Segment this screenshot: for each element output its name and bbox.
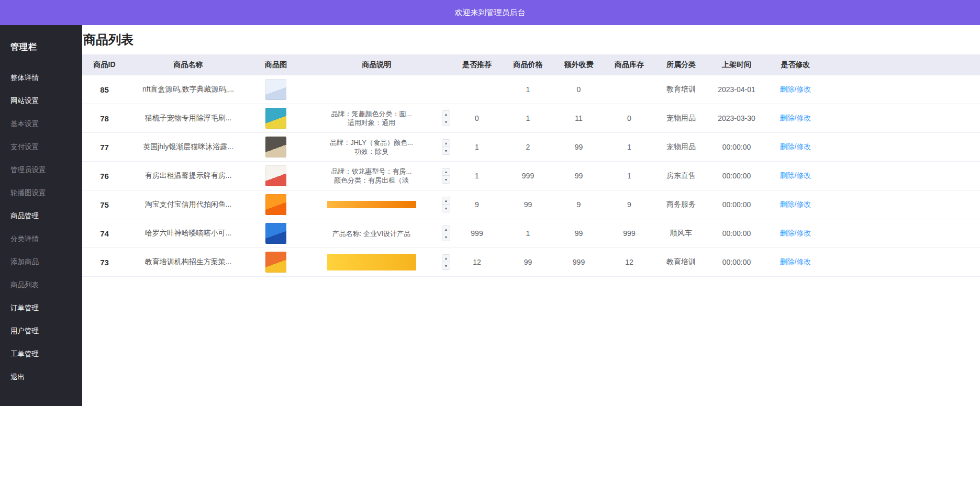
stock-value: 1 (604, 171, 654, 181)
product-description (303, 201, 440, 208)
sidebar-item[interactable]: 商品管理 (0, 205, 82, 228)
sidebar-item[interactable]: 订单管理 (0, 297, 82, 320)
stepper-up-icon[interactable]: ▲ (442, 226, 450, 233)
price-value: 99 (503, 199, 553, 210)
sidebar-item[interactable]: 基本设置 (0, 112, 82, 136)
product-description-cell: 品牌：JHLY（食品）颜色...功效：除臭 ▲▼ (302, 133, 451, 161)
stock-value (604, 88, 654, 91)
stepper-down-icon[interactable]: ▼ (442, 233, 450, 241)
delete-edit-link[interactable]: 删除/修改 (780, 257, 811, 266)
sidebar-item[interactable]: 网站设置 (0, 89, 82, 112)
stepper-up-icon[interactable]: ▲ (442, 140, 450, 147)
stepper-down-icon[interactable]: ▼ (442, 262, 450, 269)
column-header: 额外收费 (553, 59, 604, 71)
stepper-down-icon[interactable]: ▼ (442, 147, 450, 154)
stock-value: 9 (604, 199, 654, 210)
description-line: 适用对象：通用 (348, 118, 395, 127)
sidebar-item[interactable]: 添加商品 (0, 251, 82, 274)
table-row: 85 nft盲盒源码,数字典藏源码,... 1 0 教育培训 2023-04-0… (82, 75, 980, 104)
product-name: 英国jhly银渐层猫咪沐浴露... (127, 141, 250, 153)
quantity-stepper[interactable]: ▲▼ (442, 110, 450, 126)
product-name: 淘宝支付宝信用代拍闲鱼... (127, 199, 250, 210)
products-table: 商品ID商品名称商品图商品说明是否推荐商品价格额外收费商品库存所属分类上架时间是… (82, 54, 980, 277)
table-row: 75 淘宝支付宝信用代拍闲鱼... ▲▼ 9 99 9 9 商务服务 00:00… (82, 190, 980, 219)
recommend-value: 0 (451, 113, 503, 123)
banner-title: 欢迎来到管理员后台 (455, 8, 526, 18)
quantity-stepper[interactable]: ▲▼ (442, 139, 450, 155)
product-image-cell (250, 78, 302, 101)
product-image-cell (250, 251, 302, 274)
column-header: 是否推荐 (451, 59, 503, 71)
sidebar-item[interactable]: 轮播图设置 (0, 182, 82, 205)
sidebar-item[interactable]: 分类详情 (0, 228, 82, 251)
price-value: 1 (503, 84, 553, 95)
category-value: 宠物用品 (654, 141, 708, 153)
stock-value: 12 (604, 257, 654, 267)
product-description: 品牌：JHLY（食品）颜色...功效：除臭 (303, 138, 440, 156)
extra-fee-value: 11 (553, 113, 604, 123)
table-row: 76 有房出租温馨提示牌有房... 品牌：钦龙惠型号：有房...颜色分类：有房出… (82, 162, 980, 190)
price-value: 99 (503, 257, 553, 267)
description-image (327, 201, 416, 208)
quantity-stepper[interactable]: ▲▼ (442, 225, 450, 241)
sidebar-item[interactable]: 整体详情 (0, 66, 82, 89)
column-header: 商品说明 (302, 59, 451, 71)
product-name: 有房出租温馨提示牌有房... (127, 170, 250, 182)
sidebar-item[interactable]: 工单管理 (0, 343, 82, 366)
stepper-up-icon[interactable]: ▲ (442, 255, 450, 262)
product-name: nft盲盒源码,数字典藏源码,... (127, 84, 250, 95)
listing-time-value: 00:00:00 (708, 199, 765, 210)
delete-edit-link[interactable]: 删除/修改 (780, 114, 811, 122)
sidebar-item[interactable]: 管理员设置 (0, 159, 82, 182)
table-body: 85 nft盲盒源码,数字典藏源码,... 1 0 教育培训 2023-04-0… (82, 75, 980, 277)
product-id: 73 (82, 257, 127, 268)
stepper-up-icon[interactable]: ▲ (442, 111, 450, 118)
quantity-stepper[interactable]: ▲▼ (442, 197, 450, 212)
extra-fee-value: 9 (553, 199, 604, 210)
sidebar-item[interactable]: 退出 (0, 366, 82, 389)
stock-value: 0 (604, 113, 654, 123)
listing-time-value: 00:00:00 (708, 142, 765, 152)
product-description-cell: ▲▼ (302, 190, 451, 219)
quantity-stepper[interactable]: ▲▼ (442, 254, 450, 270)
delete-edit-link[interactable]: 删除/修改 (780, 200, 811, 208)
stepper-down-icon[interactable]: ▼ (442, 205, 450, 212)
stepper-up-icon[interactable]: ▲ (442, 197, 450, 205)
delete-edit-link[interactable]: 删除/修改 (780, 171, 811, 179)
column-header: 商品图 (250, 59, 302, 71)
stepper-down-icon[interactable]: ▼ (442, 176, 450, 183)
price-value: 1 (503, 228, 553, 239)
description-line: 产品名称: 企业VI设计产品 (332, 229, 411, 238)
product-description-cell: 品牌：钦龙惠型号：有房...颜色分类：有房出租（淡 ▲▼ (302, 162, 451, 190)
product-description: 品牌：钦龙惠型号：有房...颜色分类：有房出租（淡 (303, 167, 440, 185)
stepper-up-icon[interactable]: ▲ (442, 168, 450, 176)
action-cell: 删除/修改 (765, 112, 826, 124)
listing-time-value: 00:00:00 (708, 171, 765, 181)
sidebar-title: 管理栏 (0, 35, 82, 66)
product-thumbnail (265, 252, 286, 273)
quantity-stepper[interactable]: ▲▼ (442, 168, 450, 184)
category-value: 顺风车 (654, 228, 708, 239)
stepper-down-icon[interactable]: ▼ (442, 118, 450, 126)
delete-edit-link[interactable]: 删除/修改 (780, 229, 811, 237)
delete-edit-link[interactable]: 删除/修改 (780, 85, 811, 93)
sidebar-item[interactable]: 商品列表 (0, 274, 82, 297)
product-description (303, 254, 440, 270)
action-cell: 删除/修改 (765, 256, 826, 268)
extra-fee-value: 99 (553, 171, 604, 181)
column-header: 上架时间 (708, 59, 765, 71)
sidebar-item[interactable]: 用户管理 (0, 320, 82, 343)
product-thumbnail (265, 108, 286, 129)
top-banner: 欢迎来到管理员后台 (0, 0, 980, 25)
listing-time-value: 00:00:00 (708, 257, 765, 267)
description-line: 功效：除臭 (354, 147, 388, 156)
recommend-value: 1 (451, 142, 503, 152)
action-cell: 删除/修改 (765, 84, 826, 95)
category-value: 教育培训 (654, 256, 708, 268)
extra-fee-value: 0 (553, 84, 604, 95)
sidebar-item[interactable]: 支付设置 (0, 136, 82, 159)
column-header: 是否修改 (765, 59, 826, 71)
product-thumbnail (265, 223, 286, 244)
product-name: 猫梳子宠物专用除浮毛刷... (127, 112, 250, 124)
delete-edit-link[interactable]: 删除/修改 (780, 142, 811, 151)
